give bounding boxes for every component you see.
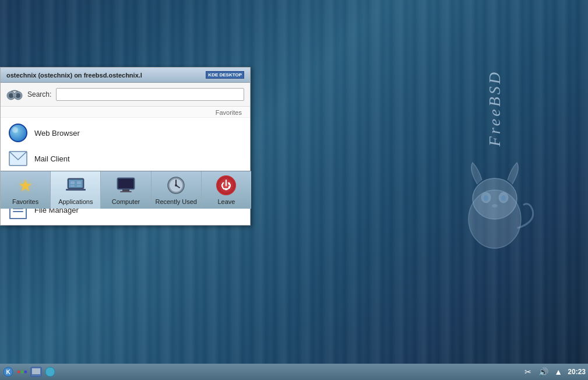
taskbar-left: K (2, 366, 56, 378)
tab-computer[interactable]: Computer (101, 171, 151, 209)
freebsd-logo: FreeBSD (436, 70, 553, 291)
tab-label-recently-used: Recently Used (155, 198, 197, 205)
start-icon[interactable]: K (2, 366, 14, 378)
tab-label-applications: Applications (58, 198, 93, 205)
menu-header-title: ostechnix (ostechnix) on freebsd.ostechn… (6, 72, 142, 79)
svg-rect-11 (13, 94, 16, 96)
svg-point-36 (45, 367, 55, 377)
app-menu: ostechnix (ostechnix) on freebsd.ostechn… (0, 67, 251, 226)
menu-header: ostechnix (ostechnix) on freebsd.ostechn… (1, 68, 250, 83)
menu-search-row: Search: (1, 83, 250, 107)
search-input[interactable] (56, 88, 244, 101)
taskbar-right: ✂ 🔊 ▲ 20:23 (522, 366, 586, 378)
tab-leave[interactable]: ⏻ Leave (202, 171, 251, 209)
tab-label-leave: Leave (217, 198, 235, 205)
freebsd-text: FreeBSD (485, 70, 504, 146)
globe-icon (9, 124, 27, 142)
bottom-tabs: ★ Favorites (1, 171, 251, 209)
svg-point-10 (16, 93, 20, 98)
mail-icon (9, 149, 27, 168)
svg-rect-21 (118, 179, 133, 188)
tab-label-computer: Computer (112, 198, 140, 205)
computer-icon (115, 175, 136, 196)
scissors-icon: ✂ (522, 366, 534, 378)
beastie-mascot (448, 158, 541, 251)
svg-point-28 (175, 184, 177, 187)
svg-rect-17 (77, 181, 81, 184)
search-label: Search: (27, 90, 51, 98)
svg-point-6 (492, 204, 498, 207)
power-icon: ⏻ (216, 175, 237, 196)
kde-badge: KDE DESKTOP (206, 71, 244, 79)
menu-item-web-browser[interactable]: Web Browser (1, 120, 250, 146)
svg-rect-16 (71, 181, 75, 184)
svg-rect-22 (122, 189, 129, 191)
tab-label-favorites: Favorites (12, 198, 38, 205)
volume-icon[interactable]: 🔊 (537, 366, 549, 378)
binoculars-icon (6, 87, 23, 101)
tab-applications[interactable]: Applications (51, 171, 101, 209)
clock-display: 20:23 (568, 368, 586, 376)
desktop: FreeBSD ostechnix (ostechnix) on (0, 0, 588, 380)
apps-icon (65, 175, 86, 196)
clock-icon (166, 175, 186, 196)
tab-recently-used[interactable]: Recently Used (152, 171, 202, 209)
svg-point-1 (473, 178, 517, 219)
svg-point-32 (21, 371, 24, 374)
arrow-icon: ▲ (552, 366, 564, 378)
taskbar: K ✂ (0, 364, 588, 380)
svg-point-9 (9, 93, 13, 98)
star-icon: ★ (15, 175, 36, 196)
svg-point-33 (24, 371, 27, 374)
taskbar-app2[interactable] (44, 366, 56, 378)
taskbar-dots (16, 366, 28, 378)
favorites-label: Favorites (1, 107, 250, 118)
svg-text:K: K (6, 369, 10, 375)
svg-point-31 (17, 371, 20, 374)
menu-item-label-web-browser: Web Browser (34, 129, 80, 138)
menu-item-mail-client[interactable]: Mail Client (1, 146, 250, 171)
menu-item-label-mail: Mail Client (34, 154, 70, 163)
svg-rect-19 (77, 185, 81, 187)
svg-rect-15 (66, 189, 86, 191)
taskbar-app1[interactable] (30, 366, 42, 378)
svg-rect-18 (71, 185, 75, 187)
svg-point-4 (484, 195, 488, 201)
svg-rect-23 (120, 191, 132, 192)
svg-rect-35 (32, 368, 40, 374)
tab-favorites[interactable]: ★ Favorites (1, 171, 51, 209)
svg-point-5 (501, 195, 506, 201)
